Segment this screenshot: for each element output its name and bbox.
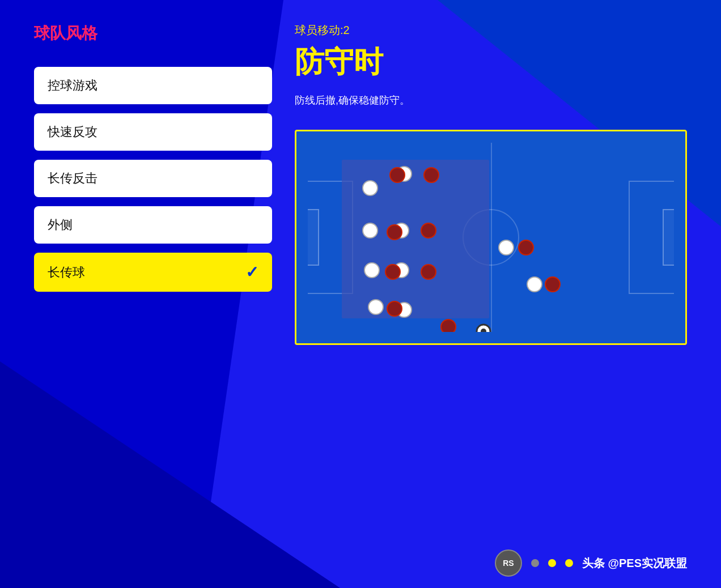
menu-item-long-ball[interactable]: 长传球 ✓ xyxy=(34,253,272,292)
white-player xyxy=(368,300,383,314)
red-player xyxy=(387,225,402,240)
white-player xyxy=(363,181,378,195)
rs-button[interactable]: RS xyxy=(495,549,522,577)
menu-item-control[interactable]: 控球游戏 xyxy=(34,67,272,104)
field-inner xyxy=(308,143,674,332)
checkmark-icon: ✓ xyxy=(245,263,258,282)
red-player xyxy=(387,301,402,316)
white-player xyxy=(364,263,379,278)
menu-item-label: 快速反攻 xyxy=(48,123,97,140)
defense-desc: 防线后撤,确保稳健防守。 xyxy=(295,93,687,107)
field-container xyxy=(295,130,687,345)
left-panel: 球队风格 控球游戏 快速反攻 长传反击 外侧 长传球 ✓ xyxy=(34,23,272,292)
rs-label: RS xyxy=(503,559,514,568)
red-player xyxy=(424,168,439,182)
white-player xyxy=(499,240,514,255)
menu-item-long-counter[interactable]: 长传反击 xyxy=(34,160,272,197)
menu-item-counter[interactable]: 快速反攻 xyxy=(34,113,272,151)
menu-list: 控球游戏 快速反攻 长传反击 外侧 长传球 ✓ xyxy=(34,67,272,292)
right-panel: 球员移动:2 防守时 防线后撤,确保稳健防守。 xyxy=(295,23,687,345)
red-player xyxy=(390,168,405,182)
bottom-bar: RS 头条 @PES实况联盟 xyxy=(495,549,687,577)
section-title: 球队风格 xyxy=(34,23,272,44)
menu-item-outside[interactable]: 外侧 xyxy=(34,206,272,244)
red-player xyxy=(441,319,456,332)
white-player xyxy=(527,277,542,292)
watermark: 头条 @PES实况联盟 xyxy=(582,556,687,571)
dot-indicator-1 xyxy=(531,559,539,567)
red-player xyxy=(421,223,436,238)
red-player xyxy=(385,265,400,279)
players-svg xyxy=(308,143,674,332)
red-player xyxy=(421,265,436,279)
red-player xyxy=(519,240,533,255)
red-player xyxy=(545,277,560,292)
dot-indicator-3 xyxy=(565,559,573,567)
white-player xyxy=(363,223,378,238)
defense-title: 防守时 xyxy=(295,42,687,82)
dot-indicator-2 xyxy=(548,559,556,567)
menu-item-label: 长传反击 xyxy=(48,170,97,187)
menu-item-label: 外侧 xyxy=(48,216,73,233)
menu-item-label: 长传球 xyxy=(48,264,85,281)
menu-item-label: 控球游戏 xyxy=(48,77,97,94)
player-move-label: 球员移动:2 xyxy=(295,23,687,38)
